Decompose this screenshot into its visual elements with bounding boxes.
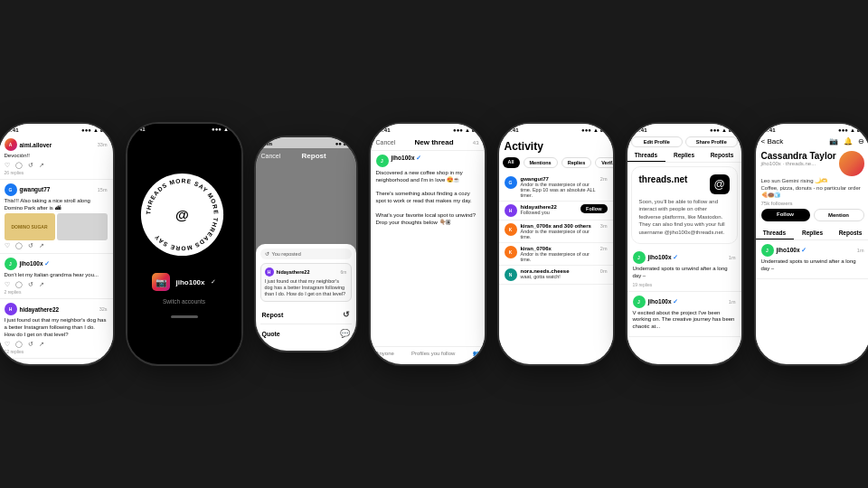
avatar: J	[5, 258, 17, 270]
back-btn[interactable]: < Back	[761, 137, 784, 145]
tab-threads[interactable]: Threads	[627, 149, 665, 162]
heart-icon[interactable]: ♡	[5, 242, 10, 249]
time-2: 9:41	[135, 127, 146, 132]
status-bar-6: 9:41 ●●● ▲ ■	[627, 124, 741, 135]
activity-time: 2m	[600, 246, 608, 251]
image-placeholder: DOMINO SUGAR	[5, 213, 55, 240]
avatar: J	[761, 244, 774, 257]
compose-cancel-btn[interactable]: Cancel	[376, 139, 396, 145]
avatar: A	[5, 138, 17, 151]
reply-count: 2 replies	[5, 289, 108, 295]
verified-badge: ✓	[211, 278, 216, 286]
follower-count: 75k followers	[761, 201, 864, 206]
repost-icon[interactable]: ↺	[28, 242, 33, 249]
repost-option[interactable]: Repost ↺	[260, 305, 352, 324]
tab-replies[interactable]: Replies	[665, 149, 703, 162]
share-icon[interactable]: ↗	[39, 341, 44, 348]
heart-icon[interactable]: ♡	[5, 162, 10, 169]
heart-icon[interactable]: ♡	[5, 281, 10, 288]
status-icons-5: ●●● ▲ ■	[581, 127, 603, 133]
repost-option-icon: ↺	[343, 310, 350, 319]
status-icons-6: ●●● ▲ ■	[710, 127, 731, 133]
share-icon[interactable]: ↗	[39, 242, 44, 249]
list-item: J jiho100x 1m Underrated spots to unwind…	[756, 240, 869, 279]
activity-time: 2m	[600, 176, 608, 182]
list-item: J jiho100x 1m V excited about the projec…	[627, 292, 741, 337]
card-description: Soon, you'll be able to follow and inter…	[639, 198, 730, 236]
activity-text: waat, gotta watch!	[521, 274, 597, 279]
camera-nav-icon[interactable]: 📷	[829, 137, 838, 145]
tab-all[interactable]: All	[503, 157, 520, 168]
instagram-login[interactable]: 📷 jiho100x ✓	[152, 273, 215, 291]
mention-btn[interactable]: Mention	[814, 209, 864, 221]
activity-text: Followed you	[521, 210, 578, 215]
repost-icon[interactable]: ↺	[28, 281, 33, 288]
post-text: V excited about the project I've been wo…	[633, 310, 736, 331]
reply-count: 12 replies	[5, 349, 108, 354]
follow-btn[interactable]: Follow	[761, 209, 810, 221]
avatar: H	[505, 204, 517, 217]
username: jiho100x	[20, 260, 51, 267]
activity-title: Activity	[499, 135, 613, 155]
profiles-label: Profiles you follow	[411, 351, 455, 356]
post-text: Devoción!!	[5, 153, 108, 160]
list-item: G gwangut77 15m This!!! Also taking a ni…	[0, 180, 113, 255]
tab-replies[interactable]: Replies	[561, 157, 592, 168]
profile-info: Cassandra Taylor jiho100x · threads.ne..…	[756, 148, 869, 227]
compose-header: Cancel New thread 43	[371, 135, 485, 151]
phone-compose: 9:41 ●●● ▲ ■ Cancel New thread 43 J jiho…	[369, 122, 486, 366]
login-screen: THREADS MORE SAY MORE THREADS MORE SAY @…	[127, 133, 241, 357]
reply-icon[interactable]: ◯	[15, 341, 23, 348]
reply-icon[interactable]: ◯	[15, 281, 23, 288]
tab-verified[interactable]: Verif...	[595, 157, 612, 168]
list-item: K kiran_0706x Andor is the masterpiece o…	[499, 243, 613, 266]
image-placeholder-2	[57, 213, 108, 240]
bell-nav-icon[interactable]: 🔔	[844, 137, 853, 145]
compose-footer: Anyone Profiles you follow 👥	[371, 346, 485, 359]
quoted-post: H hidayathere22 6m I just found out that…	[260, 263, 352, 302]
repost-screen: Cancel Repost x ↺ You reposted H hidayat…	[256, 148, 356, 347]
activity-time: 3m	[600, 223, 608, 229]
edit-profile-btn[interactable]: Edit Profile	[631, 136, 684, 147]
cancel-btn[interactable]: Cancel	[261, 153, 281, 159]
reposted-banner: ↺ You reposted	[260, 249, 352, 259]
instagram-icon: 📷	[152, 273, 170, 291]
threads-info-screen: Edit Profile Share Profile Threads Repli…	[627, 135, 741, 359]
tab-reposts[interactable]: Reposts	[703, 149, 741, 162]
circular-text-svg: THREADS MORE SAY MORE THREADS MORE SAY @	[139, 172, 225, 258]
tab-mentions[interactable]: Mentions	[524, 157, 558, 168]
compose-draft-text[interactable]: Discovered a new coffee shop in my neigh…	[376, 170, 479, 226]
share-icon[interactable]: ↗	[39, 162, 44, 169]
timestamp: 1m	[857, 248, 864, 253]
reply-icon[interactable]: ◯	[15, 242, 23, 249]
home-indicator	[171, 315, 198, 318]
follow-button[interactable]: Follow	[580, 204, 607, 213]
avatar: H	[5, 303, 17, 315]
status-icons-3: ●● ■	[335, 141, 347, 146]
tab-threads-profile[interactable]: Threads	[756, 227, 794, 239]
phone-profile: 9:41 ●●● ▲ ■ < Back 📷 🔔 ⊖ Cassandra Tayl…	[754, 122, 869, 366]
timestamp: 33m	[98, 142, 108, 147]
compose-user-row: J jiho100x	[376, 155, 479, 167]
more-nav-icon[interactable]: ⊖	[858, 137, 864, 145]
list-item: K kiran_0706x and 300 others Andor is th…	[499, 221, 613, 243]
avatar: G	[5, 183, 17, 196]
card-title: threads.net	[639, 174, 688, 184]
reply-icon[interactable]: ◯	[15, 162, 23, 169]
post-text: Underrated spots to unwind after a long …	[633, 266, 736, 280]
quote-option[interactable]: Quote 💬	[260, 324, 352, 343]
repost-icon[interactable]: ↺	[28, 162, 33, 169]
username: jiho100x	[648, 254, 679, 261]
composer-avatar: J	[376, 155, 389, 167]
timestamp: 1m	[729, 299, 736, 305]
switch-accounts-btn[interactable]: Switch accounts	[163, 298, 205, 305]
share-profile-btn[interactable]: Share Profile	[685, 136, 738, 147]
phone-threads-info: 9:41 ●●● ▲ ■ Edit Profile Share Profile …	[626, 122, 743, 366]
threads-logo-icon: @	[710, 174, 730, 194]
heart-icon[interactable]: ♡	[5, 341, 10, 348]
share-icon[interactable]: ↗	[39, 281, 44, 288]
status-bar-3: 6m ●● ■	[256, 137, 356, 148]
repost-icon[interactable]: ↺	[28, 341, 33, 348]
tab-reposts-profile[interactable]: Reposts	[832, 227, 869, 239]
tab-replies-profile[interactable]: Replies	[794, 227, 832, 239]
